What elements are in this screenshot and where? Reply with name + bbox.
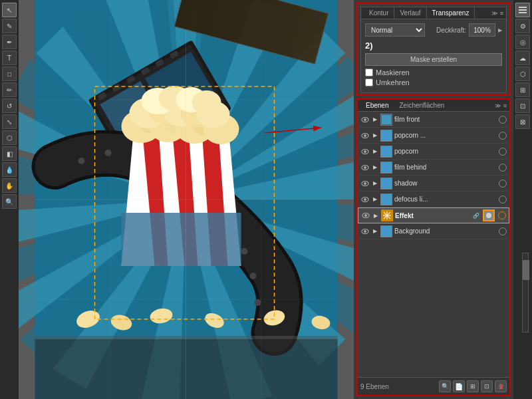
eye-icon-film-front[interactable] [360, 115, 370, 124]
move-to-new-button[interactable]: ⊞ [467, 380, 479, 392]
layers-double-arrow-icon[interactable]: ≫ [495, 102, 501, 109]
layer-thumb-film-behind [380, 162, 392, 174]
layer-link-icon[interactable]: 🔗 [472, 211, 480, 219]
layer-row-film-front[interactable]: ▶ film front [358, 112, 509, 128]
new-layer-button[interactable]: 📄 [453, 380, 465, 392]
eye-icon-effekt[interactable] [361, 211, 370, 220]
expand-arrow-film-behind[interactable]: ▶ [372, 164, 378, 171]
opacity-input[interactable] [469, 23, 495, 37]
transparency-panel: Kontur Verlauf Transparenz ≫ ≡ Normal Mu… [360, 7, 507, 93]
svg-rect-107 [382, 163, 391, 172]
blend-mode-select[interactable]: Normal Multiplizieren Bildschirm Überlag… [365, 23, 425, 37]
eye-icon-defocus[interactable] [360, 195, 370, 204]
layer-circle-film-behind[interactable] [499, 164, 507, 172]
layer-circle-background[interactable] [499, 227, 507, 235]
eye-icon-film-behind[interactable] [360, 163, 370, 172]
svg-point-46 [78, 158, 85, 164]
tab-verlauf[interactable]: Verlauf [394, 7, 426, 19]
svg-point-106 [364, 166, 366, 169]
layer-row-effekt[interactable]: ▶ Effekt 🔗 [358, 207, 509, 223]
layer-mask-thumb-effekt[interactable] [483, 209, 495, 221]
layer-circle-shadow[interactable] [499, 180, 507, 188]
expand-arrow-defocus[interactable]: ▶ [372, 196, 378, 203]
layers-panel-toggle[interactable] [515, 3, 530, 17]
find-layer-button[interactable]: 🔍 [439, 380, 451, 392]
tab-ebenen[interactable]: Ebenen [360, 100, 394, 111]
layer-circle-defocus[interactable] [499, 196, 507, 203]
scale-tool[interactable]: ⤡ [2, 114, 17, 129]
scrollbar-thumb[interactable] [523, 260, 529, 280]
layer-circle-effekt[interactable] [498, 211, 506, 219]
tab-kontur[interactable]: Kontur [364, 7, 394, 19]
eye-icon-shadow[interactable] [360, 179, 370, 188]
layer-thumb-popcorn [380, 146, 392, 158]
direct-select-tool[interactable]: ✎ [2, 19, 17, 33]
expand-arrow-shadow[interactable]: ▶ [372, 180, 378, 187]
symbols-panel-toggle[interactable]: ☁ [515, 51, 530, 65]
gradient-tool[interactable]: ◧ [2, 146, 17, 161]
delete-layer-button[interactable]: 🗑 [495, 380, 507, 392]
svg-point-53 [241, 248, 248, 255]
double-arrow-icon[interactable]: ≫ [491, 10, 497, 17]
properties-panel-toggle[interactable]: ⚙ [515, 19, 530, 33]
eye-icon-popcorn-dots[interactable] [360, 131, 370, 140]
right-sidebar: ⚙ ◎ ☁ ⬡ ⊞ ⊡ ⊠ [513, 0, 532, 399]
layer-name-film-behind: film behind [394, 164, 497, 171]
rotate-tool[interactable]: ↺ [2, 98, 17, 113]
expand-arrow-popcorn-dots[interactable]: ▶ [372, 132, 378, 139]
layer-row-popcorn-dots[interactable]: ▶ popcorn ... [358, 128, 509, 144]
hand-tool[interactable]: ✋ [2, 178, 17, 193]
appearance-panel-toggle[interactable]: ◎ [515, 35, 530, 49]
expand-arrow-effekt[interactable]: ▶ [372, 212, 379, 219]
svg-rect-113 [382, 195, 391, 204]
layer-circle-popcorn-dots[interactable] [499, 132, 507, 140]
svg-point-115 [364, 214, 367, 217]
transform-panel-toggle[interactable]: ⊡ [515, 98, 530, 113]
scrollbar-track[interactable] [522, 253, 529, 332]
mask-create-button[interactable]: Maske erstellen [365, 53, 502, 66]
align-panel-toggle[interactable]: ⊞ [515, 82, 530, 97]
svg-rect-128 [519, 12, 527, 13]
panel-content: Normal Multiplizieren Bildschirm Überlag… [361, 19, 506, 92]
text-tool[interactable]: T [2, 51, 17, 65]
maskieren-checkbox[interactable] [365, 68, 373, 76]
links-panel-toggle[interactable]: ⊠ [515, 114, 530, 129]
layers-footer: 9 Ebenen 🔍 📄 ⊞ ⊡ 🗑 [358, 377, 509, 395]
pen-tool[interactable]: ✒ [2, 35, 17, 49]
expand-arrow-background[interactable]: ▶ [372, 228, 378, 235]
layer-row-background[interactable]: ▶ Background [358, 223, 509, 239]
menu-icon[interactable]: ≡ [500, 10, 503, 17]
pathfinder-panel-toggle[interactable]: ⬡ [515, 66, 530, 81]
layer-circle-popcorn[interactable] [499, 148, 507, 156]
umkehren-checkbox[interactable] [365, 78, 373, 86]
create-clipping-button[interactable]: ⊡ [481, 380, 493, 392]
left-toolbar: ↖ ✎ ✒ T □ ✏ ↺ ⤡ ⬡ ◧ 💧 ✋ 🔍 [0, 0, 19, 399]
layer-row-shadow[interactable]: ▶ shadow [358, 176, 509, 192]
svg-rect-98 [382, 115, 391, 124]
layers-menu-icon[interactable]: ≡ [503, 102, 507, 109]
eyedropper-tool[interactable]: 💧 [2, 162, 17, 177]
layer-circle-film-front[interactable] [499, 116, 507, 124]
eye-icon-background[interactable] [360, 227, 370, 236]
layers-list: ▶ film front ▶ popcorn ... [358, 112, 509, 377]
brush-tool[interactable]: ✏ [2, 82, 17, 97]
layer-row-defocus[interactable]: ▶ defocus li... [358, 192, 509, 207]
expand-arrow-film-front[interactable]: ▶ [372, 116, 378, 123]
layer-name-shadow: shadow [394, 180, 497, 187]
eye-icon-popcorn[interactable] [360, 147, 370, 156]
svg-point-78 [192, 90, 221, 114]
expand-arrow-popcorn[interactable]: ▶ [372, 148, 378, 155]
opacity-arrow-icon[interactable]: ▶ [498, 27, 502, 33]
select-tool[interactable]: ↖ [2, 3, 17, 17]
zoom-tool[interactable]: 🔍 [2, 194, 17, 209]
layer-row-film-behind[interactable]: ▶ film behind [358, 160, 509, 176]
svg-point-54 [250, 273, 257, 279]
blend-tool[interactable]: ⬡ [2, 130, 17, 145]
layer-row-popcorn[interactable]: ▶ popcorn [358, 144, 509, 160]
layer-count: 9 Ebenen [360, 383, 389, 390]
tab-zeichenflaechen[interactable]: Zeichenflächen [394, 100, 450, 111]
tab-transparenz[interactable]: Transparenz [427, 7, 475, 19]
svg-point-47 [105, 150, 112, 156]
maskieren-row: Maskieren [365, 68, 502, 76]
shape-tool[interactable]: □ [2, 66, 17, 81]
